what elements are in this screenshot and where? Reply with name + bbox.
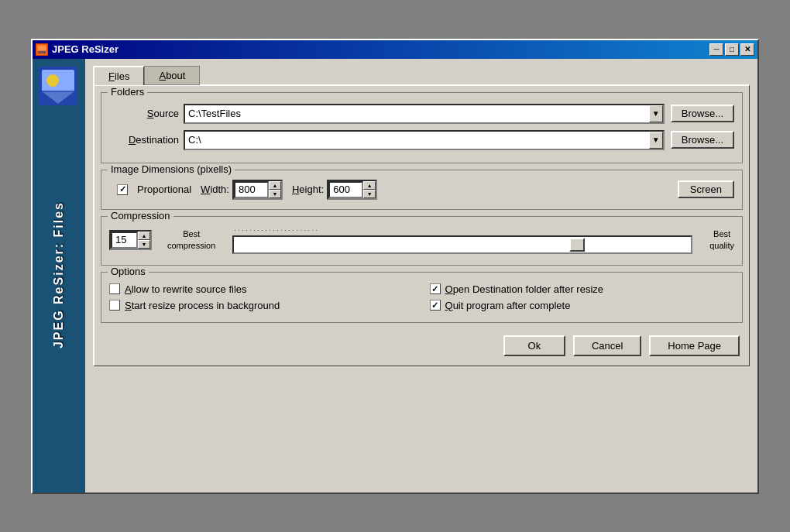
quit-label: Quit program after complete: [445, 300, 571, 311]
slider-thumb[interactable]: [569, 238, 585, 252]
quit-checkbox[interactable]: [430, 300, 441, 311]
compression-slider[interactable]: [232, 235, 692, 254]
destination-dropdown-btn[interactable]: ▼: [649, 132, 663, 149]
cancel-button[interactable]: Cancel: [573, 335, 641, 356]
source-label: Source: [109, 108, 179, 119]
compression-spinner: ▲ ▼: [138, 232, 150, 249]
sidebar: JPEG ReSizer: Files: [33, 59, 85, 493]
source-row: Source C:\TestFiles ▼ Browse...: [109, 104, 734, 124]
background-label: Start resize process in background: [125, 300, 280, 311]
dimensions-row: Proportional Width: 800 ▲ ▼: [109, 175, 734, 201]
tab-bar: Files About: [93, 65, 750, 84]
title-buttons: ─ □ ✕: [709, 43, 754, 56]
dimensions-group-title: Image Dimensions (pixells): [108, 163, 235, 175]
height-spinner: ▲ ▼: [363, 181, 376, 198]
destination-combo[interactable]: C:\ ▼: [184, 130, 665, 150]
best-quality-label: Bestquality: [709, 228, 734, 251]
background-checkbox[interactable]: [109, 300, 120, 311]
title-bar-left: JPEG ReSizer: [36, 43, 118, 56]
bottom-buttons: Ok Cancel Home Page: [101, 329, 743, 359]
slider-tick-label: · · · · · · · · · · · · · · · · · · · · …: [234, 226, 318, 234]
tab-about-label: About: [159, 70, 185, 81]
app-icon: [36, 43, 48, 56]
height-up-button[interactable]: ▲: [363, 181, 376, 190]
folders-group-title: Folders: [108, 86, 147, 98]
home-page-button[interactable]: Home Page: [649, 335, 740, 356]
width-label: Width:: [201, 184, 229, 195]
screen-button[interactable]: Screen: [678, 180, 734, 198]
compression-input[interactable]: 15: [111, 232, 138, 249]
source-combo[interactable]: C:\TestFiles ▼: [184, 104, 665, 124]
options-group: Options Allow to rewrite source files Op…: [101, 272, 743, 323]
option-open-dest[interactable]: Open Destination folder after resize: [430, 283, 735, 295]
source-value: C:\TestFiles: [185, 105, 649, 122]
dimensions-group: Image Dimensions (pixells) Proportional …: [101, 170, 743, 210]
svg-rect-1: [38, 45, 46, 50]
compression-group-title: Compression: [108, 210, 173, 221]
width-down-button[interactable]: ▼: [269, 190, 281, 198]
close-button[interactable]: ✕: [740, 43, 754, 56]
tab-about[interactable]: About: [144, 66, 200, 85]
open-dest-checkbox[interactable]: [430, 283, 441, 294]
destination-value: C:\: [185, 132, 649, 149]
tab-files-label: Files: [108, 70, 129, 82]
options-group-title: Options: [108, 266, 149, 277]
option-rewrite[interactable]: Allow to rewrite source files: [109, 283, 414, 295]
option-background[interactable]: Start resize process in background: [109, 300, 414, 311]
width-up-button[interactable]: ▲: [269, 181, 281, 190]
dropdown-arrow-icon: ▼: [652, 109, 660, 118]
title-bar: JPEG ReSizer ─ □ ✕: [33, 40, 757, 59]
destination-label: Destination: [109, 134, 179, 146]
compression-down-button[interactable]: ▼: [138, 240, 150, 249]
width-input[interactable]: 800: [234, 181, 269, 198]
compression-row: 15 ▲ ▼ Bestcompression: [109, 221, 734, 257]
destination-row: Destination C:\ ▼ Browse...: [109, 130, 734, 150]
sidebar-icon: [39, 67, 77, 105]
open-dest-label: Open Destination folder after resize: [445, 283, 604, 295]
sidebar-label: JPEG ReSizer: Files: [52, 201, 66, 348]
minimize-button[interactable]: ─: [709, 43, 723, 56]
height-label: Height:: [292, 184, 324, 195]
height-down-button[interactable]: ▼: [363, 190, 376, 198]
proportional-label: Proportional: [137, 184, 191, 195]
main-content: Files About Folders Source C:\TestFiles: [85, 59, 757, 493]
best-compression-label: Bestcompression: [167, 228, 215, 251]
width-group: Width: 800 ▲ ▼: [201, 180, 283, 200]
ok-button[interactable]: Ok: [503, 335, 565, 356]
width-spinner: ▲ ▼: [269, 181, 281, 198]
folders-group: Folders Source C:\TestFiles ▼ Browse... …: [101, 92, 743, 163]
rewrite-checkbox[interactable]: [109, 283, 120, 294]
rewrite-label: Allow to rewrite source files: [125, 283, 247, 295]
dropdown-arrow-icon: ▼: [652, 136, 660, 144]
height-group: Height: 600 ▲ ▼: [292, 180, 377, 200]
source-browse-button[interactable]: Browse...: [671, 105, 734, 122]
window-body: JPEG ReSizer: Files Files About Folders: [33, 59, 757, 493]
compression-up-button[interactable]: ▲: [138, 232, 150, 240]
proportional-checkbox[interactable]: [117, 184, 128, 195]
compression-group: Compression 15 ▲ ▼: [101, 216, 743, 266]
tab-files[interactable]: Files: [93, 66, 144, 85]
source-dropdown-btn[interactable]: ▼: [649, 105, 663, 122]
option-quit[interactable]: Quit program after complete: [430, 300, 735, 311]
svg-point-6: [46, 74, 59, 87]
options-grid: Allow to rewrite source files Open Desti…: [109, 277, 734, 314]
tab-content: Folders Source C:\TestFiles ▼ Browse... …: [93, 84, 750, 366]
destination-browse-button[interactable]: Browse...: [671, 131, 734, 149]
svg-rect-2: [38, 50, 46, 53]
height-input[interactable]: 600: [328, 181, 363, 198]
main-window: JPEG ReSizer ─ □ ✕ JPEG ReSizer: Files: [31, 39, 759, 494]
maximize-button[interactable]: □: [725, 43, 739, 56]
window-title: JPEG ReSizer: [52, 43, 118, 55]
